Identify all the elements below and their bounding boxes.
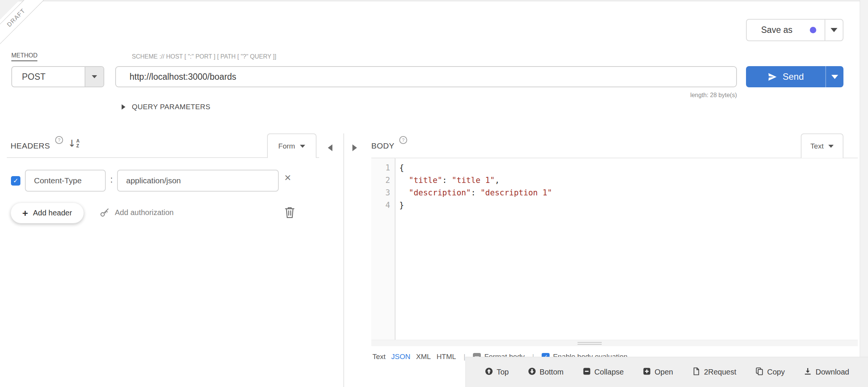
panel-divider (343, 133, 344, 387)
body-editor[interactable]: 1234 { "title": "title 1", "description"… (371, 158, 858, 340)
toolbar-label: Download (815, 368, 849, 376)
url-input[interactable] (115, 66, 737, 87)
url-pattern-label: SCHEME :// HOST [ ":" PORT ] [ PATH [ "?… (132, 53, 276, 60)
header-separator: : (110, 175, 113, 185)
headers-view-mode-value: Form (278, 142, 295, 150)
toolbar-button-open[interactable]: Open (643, 367, 673, 378)
header-value-input[interactable] (117, 170, 279, 192)
toolbar-label: Top (497, 368, 509, 376)
editor-resize-handle-icon[interactable] (578, 342, 602, 346)
header-enabled-checkbox[interactable]: ✓ (11, 176, 20, 186)
collapse-left-panel-icon[interactable] (328, 144, 332, 151)
format-link-text[interactable]: Text (372, 353, 386, 361)
body-panel-title: BODY (371, 141, 394, 150)
remove-header-icon[interactable]: × (284, 172, 291, 183)
code-segment (399, 176, 409, 185)
line-number: 4 (371, 199, 395, 212)
save-as-dropdown[interactable] (825, 20, 843, 40)
body-view-mode-value: Text (811, 142, 824, 150)
method-label: METHOD (11, 52, 37, 61)
url-length-hint: length: 28 byte(s) (604, 92, 737, 99)
send-label: Send (783, 71, 804, 82)
square-plus-icon (643, 367, 651, 378)
page-top-border (0, 0, 868, 2)
code-segment: "description" (409, 188, 471, 197)
toolbar-label: Bottom (540, 368, 564, 376)
code-line: "title": "title 1", (399, 174, 858, 187)
trash-icon (284, 205, 296, 219)
format-link-html[interactable]: HTML (437, 353, 456, 361)
editor-code-area[interactable]: { "title": "title 1", "description": "de… (395, 158, 858, 340)
page-scrollbar[interactable] (860, 0, 868, 387)
circle-arrow-down-icon (528, 367, 536, 378)
sort-z-label: Z (76, 144, 80, 149)
body-view-mode-dropdown[interactable]: Text (801, 133, 843, 158)
toolbar-button-top[interactable]: Top (485, 367, 509, 378)
toolbar-button-collapse[interactable]: Collapse (582, 367, 624, 378)
add-authorization-label: Add authorization (115, 208, 174, 217)
circle-arrow-up-icon (485, 367, 493, 378)
download-icon (803, 367, 812, 378)
query-parameters-label: QUERY PARAMETERS (132, 103, 210, 111)
sort-headers-icon[interactable]: ↓ A Z (68, 138, 80, 149)
code-segment: "description 1" (480, 188, 552, 197)
key-icon (99, 207, 110, 218)
chevron-down-icon (300, 145, 305, 148)
add-header-button[interactable]: + Add header (11, 203, 84, 223)
code-segment: "title" (409, 176, 442, 185)
code-segment (399, 188, 409, 197)
toolbar-button-2request[interactable]: 2Request (692, 367, 737, 378)
method-value: POST (12, 67, 85, 87)
chevron-down-icon (831, 28, 837, 32)
toolbar-button-copy[interactable]: Copy (755, 367, 785, 378)
send-dropdown[interactable] (825, 66, 843, 87)
unsaved-changes-dot-icon (810, 27, 816, 33)
code-line: } (399, 199, 858, 212)
code-segment: , (495, 176, 500, 185)
line-number: 1 (371, 162, 395, 174)
body-help-icon[interactable]: ? (399, 136, 407, 144)
headers-view-mode-dropdown[interactable]: Form (267, 133, 317, 158)
method-dropdown[interactable] (85, 67, 103, 87)
code-line: "description": "description 1" (399, 187, 858, 199)
toolbar-label: Open (655, 368, 673, 376)
code-segment: } (399, 201, 404, 210)
method-select[interactable]: POST (11, 66, 104, 87)
toolbar-label: 2Request (704, 368, 737, 376)
headers-help-icon[interactable]: ? (55, 136, 63, 144)
add-header-label: Add header (33, 209, 72, 217)
collapse-right-panel-icon[interactable] (352, 144, 357, 151)
editor-resize-strip (371, 340, 858, 346)
header-name-input[interactable] (25, 170, 106, 192)
save-as-label: Save as (761, 25, 792, 35)
chevron-down-icon (828, 145, 834, 148)
code-segment: { (399, 163, 404, 172)
plus-icon: + (22, 209, 28, 217)
format-link-xml[interactable]: XML (416, 353, 431, 361)
add-authorization-button[interactable]: Add authorization (99, 207, 174, 218)
draft-ribbon-container: DRAFT (0, 0, 49, 49)
chevron-down-icon (92, 75, 97, 78)
toolbar-button-bottom[interactable]: Bottom (528, 367, 564, 378)
paper-plane-icon (768, 72, 777, 82)
line-number: 2 (371, 174, 395, 187)
code-segment: : (471, 188, 480, 197)
file-icon (692, 367, 701, 378)
send-button[interactable]: Send (746, 66, 843, 87)
line-number: 3 (371, 187, 395, 199)
delete-all-headers-button[interactable] (284, 205, 296, 219)
code-segment: "title 1" (452, 176, 495, 185)
sort-arrow-icon: ↓ (68, 138, 76, 149)
code-segment: : (442, 176, 452, 185)
toolbar-button-download[interactable]: Download (803, 367, 849, 378)
code-line: { (399, 162, 858, 174)
query-parameters-toggle[interactable]: QUERY PARAMETERS (122, 103, 210, 111)
format-link-json[interactable]: JSON (391, 353, 411, 361)
toolbar-label: Copy (767, 368, 785, 376)
chevron-right-icon (122, 104, 125, 110)
square-minus-icon (582, 367, 591, 378)
headers-panel-title: HEADERS (11, 141, 50, 150)
editor-line-numbers: 1234 (371, 158, 395, 340)
response-toolbar: TopBottomCollapseOpen2RequestCopyDownloa… (465, 357, 868, 387)
save-as-button[interactable]: Save as (746, 19, 843, 41)
